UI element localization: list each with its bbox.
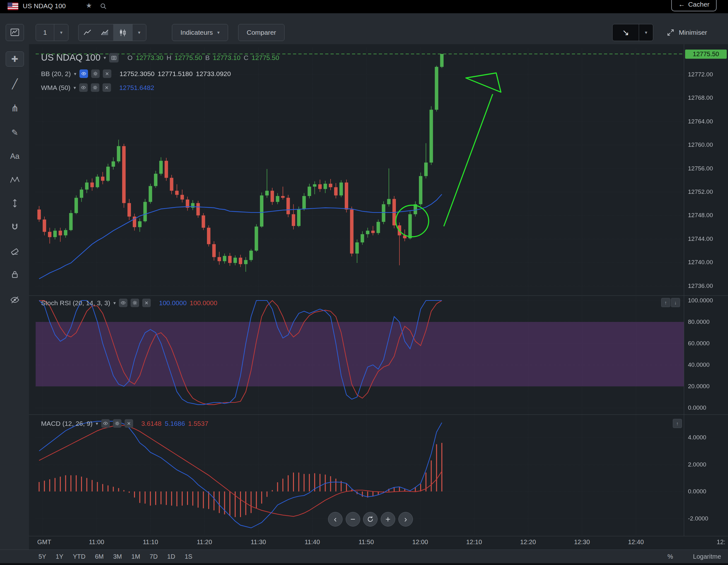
favorite-star-icon[interactable]: ★ [86,2,92,10]
wma-visibility-button[interactable] [79,83,88,92]
bb-legend: BB (20, 2) ▾ ✕ 12752.3050 12771.5180 127… [41,69,231,78]
trend-line-tool[interactable]: ╱ [6,76,24,91]
price-scale[interactable]: 12775.50 12772.0012768.0012764.0012760.0… [684,44,728,536]
interval-caret[interactable]: ▾ [54,24,68,41]
range-button-1m[interactable]: 1M [132,553,140,560]
minimize-button[interactable]: Minimiser [660,24,714,41]
crosshair-tool[interactable]: ✚ [6,51,24,67]
macd-legend: MACD (12, 26, 9) ▾ ✕ 3.6148 5.1686 1.553… [41,419,208,428]
scroll-right-button[interactable]: › [398,512,413,527]
bottombar: 5Y1YYTD6M3M1M7D1D1S % Logaritme [0,550,728,563]
stoch-d-value: 100.0000 [190,299,218,307]
high-value: 12775.50 [174,54,202,62]
time-tick-label: 12:00 [412,539,428,546]
wma-label[interactable]: WMA (50) [41,84,70,91]
pane-separator[interactable] [29,296,728,296]
range-button-1y[interactable]: 1Y [56,553,63,560]
interval-value[interactable]: 1 [36,24,54,41]
snapshot-icon[interactable] [109,53,119,62]
reset-chart-button[interactable] [363,512,378,527]
stoch-visibility-button[interactable] [119,299,127,307]
pane-separator[interactable] [29,415,728,415]
bb-close-button[interactable]: ✕ [103,69,111,78]
bb-visibility-button[interactable] [79,69,88,78]
chart-canvas[interactable] [29,44,684,536]
hide-panel-button[interactable]: ← Cacher [671,0,717,11]
price-tick-label: 40.0000 [688,362,710,368]
macd-signal-value: 1.5537 [188,420,208,427]
hide-drawings-tool[interactable] [6,292,24,308]
topbar-symbol: US NDAQ 100 [23,2,66,10]
chart-type-group: ▾ [78,24,146,41]
range-button-3m[interactable]: 3M [113,553,122,560]
minimize-icon [667,29,674,36]
symbol-title[interactable]: US NDAQ 100 [41,52,101,63]
bb-upper-value: 12771.5180 [158,70,193,78]
log-scale-toggle[interactable]: Logaritme [693,553,721,560]
chevron-down-icon[interactable]: ▾ [113,300,116,306]
scale-arrow-icon[interactable]: ↘ [613,24,639,41]
macd-pane-up-button[interactable]: ↑ [673,419,682,428]
range-button-7d[interactable]: 7D [150,553,158,560]
range-button-5y[interactable]: 5Y [38,553,46,560]
area-chart-type-button[interactable] [96,24,113,41]
percent-scale-toggle[interactable]: % [667,553,673,560]
pattern-tool[interactable] [6,173,24,188]
range-selector: 5Y1YYTD6M3M1M7D1D1S [38,553,192,560]
time-tick-label: 11:20 [197,539,212,546]
wma-settings-button[interactable] [91,83,99,92]
price-tick-label: 0.0000 [688,488,706,495]
chevron-down-icon[interactable]: ▾ [96,421,98,427]
bottom-strip [0,563,728,565]
macd-label[interactable]: MACD (12, 26, 9) [41,420,92,427]
macd-visibility-button[interactable] [101,419,110,428]
time-tick-label: 11:40 [305,539,320,546]
chevron-down-icon[interactable]: ▾ [74,71,77,77]
lock-tool[interactable] [6,267,24,282]
stoch-settings-button[interactable] [131,299,139,307]
chevron-down-icon: ▾ [217,30,220,35]
candles-chart-type-button[interactable] [113,24,132,41]
macd-settings-button[interactable] [113,419,121,428]
stoch-pane-up-button[interactable]: ↑ [661,298,670,307]
range-button-ytd[interactable]: YTD [73,553,85,560]
wma-close-button[interactable]: ✕ [103,83,111,92]
chevron-down-icon[interactable]: ▾ [104,55,106,61]
bb-label[interactable]: BB (20, 2) [41,70,71,78]
magnet-tool[interactable] [6,219,24,234]
macd-close-button[interactable]: ✕ [125,419,133,428]
chart-type-caret[interactable]: ▾ [132,24,146,41]
time-tick-label: 11:30 [251,539,266,546]
timezone-label[interactable]: GMT [37,539,51,546]
zoom-in-button[interactable]: + [381,512,395,527]
compare-label: Comparer [247,29,276,36]
eraser-tool[interactable] [6,243,24,258]
close-key: C [244,54,248,62]
range-button-6m[interactable]: 6M [95,553,104,560]
stoch-pane-down-button[interactable]: ↓ [671,298,680,307]
indicators-button[interactable]: Indicateurs ▾ [172,24,228,41]
price-tick-label: 100.0000 [688,297,713,304]
bb-lower-value: 12733.0920 [196,70,231,78]
macd-line-value: 5.1686 [165,420,185,427]
scale-mode-caret[interactable]: ▾ [639,24,653,41]
text-tool[interactable]: Aa [6,149,24,164]
line-chart-type-button[interactable] [79,24,96,41]
stoch-close-button[interactable]: ✕ [142,299,151,307]
pitchfork-tool[interactable]: ⋔ [6,100,24,115]
forecast-tool[interactable] [6,196,24,211]
compare-button[interactable]: Comparer [238,24,285,41]
time-axis[interactable]: GMT 12: 11:0011:1011:2011:3011:4011:5012… [29,536,728,549]
chart-layout-button[interactable] [6,24,24,41]
stoch-label[interactable]: Stoch RSI (20, 14, 3, 3) [41,299,110,307]
brush-tool[interactable]: ✎ [6,125,24,140]
time-tick-label: 12:40 [628,539,644,546]
symbol-legend: US NDAQ 100 ▾ O 12773.30 H 12775.50 B 12… [41,52,279,63]
range-button-1d[interactable]: 1D [167,553,175,560]
zoom-out-button[interactable]: − [346,512,360,527]
search-icon[interactable] [100,3,107,10]
bb-settings-button[interactable] [91,69,100,78]
range-button-1s[interactable]: 1S [185,553,192,560]
chevron-down-icon[interactable]: ▾ [73,85,76,91]
scroll-left-button[interactable]: ‹ [328,512,343,527]
